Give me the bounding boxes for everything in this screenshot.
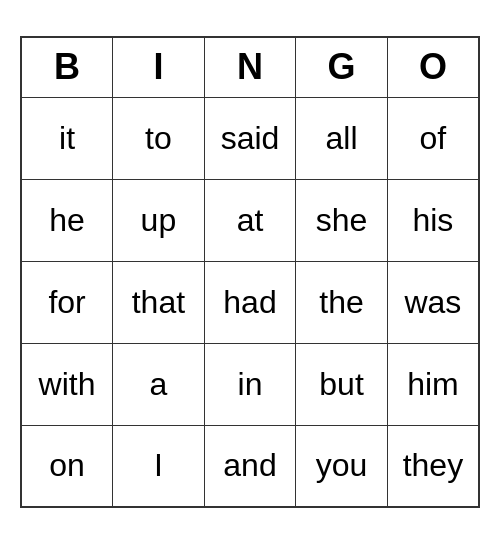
bingo-cell-r0-c1[interactable]: to — [113, 97, 205, 179]
bingo-cell-r1-c4[interactable]: his — [387, 179, 479, 261]
bingo-cell-r4-c0[interactable]: on — [21, 425, 113, 507]
header-b: B — [21, 37, 113, 97]
bingo-row-3: withainbuthim — [21, 343, 479, 425]
bingo-cell-r1-c1[interactable]: up — [113, 179, 205, 261]
header-n: N — [204, 37, 296, 97]
bingo-cell-r1-c3[interactable]: she — [296, 179, 388, 261]
header-i: I — [113, 37, 205, 97]
bingo-row-0: ittosaidallof — [21, 97, 479, 179]
bingo-cell-r3-c0[interactable]: with — [21, 343, 113, 425]
bingo-cell-r0-c0[interactable]: it — [21, 97, 113, 179]
bingo-cell-r3-c3[interactable]: but — [296, 343, 388, 425]
bingo-cell-r2-c3[interactable]: the — [296, 261, 388, 343]
bingo-cell-r4-c2[interactable]: and — [204, 425, 296, 507]
bingo-cell-r1-c0[interactable]: he — [21, 179, 113, 261]
bingo-cell-r4-c4[interactable]: they — [387, 425, 479, 507]
bingo-cell-r3-c2[interactable]: in — [204, 343, 296, 425]
bingo-header-row: BINGO — [21, 37, 479, 97]
bingo-cell-r4-c1[interactable]: I — [113, 425, 205, 507]
bingo-row-4: onIandyouthey — [21, 425, 479, 507]
bingo-cell-r3-c1[interactable]: a — [113, 343, 205, 425]
bingo-row-2: forthathadthewas — [21, 261, 479, 343]
bingo-card: BINGO ittosaidallofheupatshehisforthatha… — [20, 36, 480, 508]
bingo-row-1: heupatshehis — [21, 179, 479, 261]
bingo-cell-r2-c2[interactable]: had — [204, 261, 296, 343]
bingo-cell-r0-c4[interactable]: of — [387, 97, 479, 179]
bingo-cell-r0-c3[interactable]: all — [296, 97, 388, 179]
bingo-cell-r3-c4[interactable]: him — [387, 343, 479, 425]
bingo-cell-r1-c2[interactable]: at — [204, 179, 296, 261]
header-g: G — [296, 37, 388, 97]
bingo-cell-r2-c1[interactable]: that — [113, 261, 205, 343]
header-o: O — [387, 37, 479, 97]
bingo-cell-r2-c4[interactable]: was — [387, 261, 479, 343]
bingo-cell-r0-c2[interactable]: said — [204, 97, 296, 179]
bingo-cell-r2-c0[interactable]: for — [21, 261, 113, 343]
bingo-cell-r4-c3[interactable]: you — [296, 425, 388, 507]
